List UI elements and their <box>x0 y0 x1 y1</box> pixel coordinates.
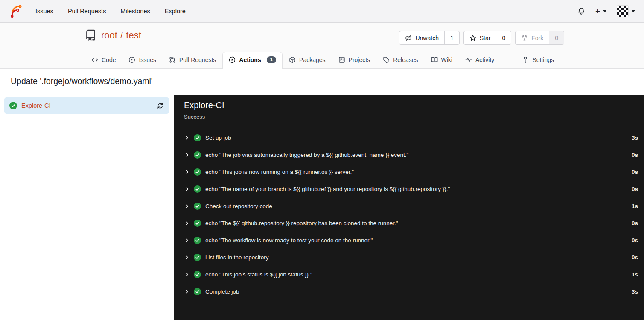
step-row[interactable]: echo "The job was automatically triggere… <box>174 146 644 163</box>
nav-milestones[interactable]: Milestones <box>113 8 157 15</box>
nav-explore[interactable]: Explore <box>157 8 193 15</box>
steps-list: Set up job 3s echo "The job was automati… <box>174 126 644 300</box>
watchers-count[interactable]: 1 <box>444 31 459 44</box>
step-row[interactable]: echo "This job's status is ${{ job.statu… <box>174 266 644 283</box>
tab-pull-requests-label: Pull Requests <box>179 56 216 63</box>
star-icon <box>469 35 476 41</box>
check-circle-icon <box>194 220 201 227</box>
check-circle-icon <box>194 237 201 244</box>
tab-projects-label: Projects <box>349 56 370 63</box>
check-circle-icon <box>194 185 201 193</box>
step-name: Complete job <box>205 288 239 295</box>
pulse-icon <box>465 56 472 63</box>
repo-title: root / test <box>85 29 141 41</box>
step-name: Check out repository code <box>205 203 272 209</box>
step-name: echo "This job is now running on a ${{ r… <box>205 169 354 175</box>
step-name: Set up job <box>205 135 231 141</box>
package-icon <box>289 56 296 63</box>
repo-tabs: Code Issues Pull Requests <box>85 52 501 69</box>
tab-issues[interactable]: Issues <box>122 52 162 68</box>
page-title: Update '.forgejo/workflows/demo.yaml' <box>11 76 153 86</box>
step-row[interactable]: echo "This job is now running on a ${{ r… <box>174 163 644 180</box>
code-icon <box>91 56 98 63</box>
chevron-right-icon[interactable] <box>184 152 190 158</box>
chevron-right-icon[interactable] <box>184 186 190 192</box>
unwatch-label: Unwatch <box>415 35 438 41</box>
repo-path-separator: / <box>120 30 123 41</box>
repo-name-link[interactable]: test <box>126 30 141 41</box>
wrench-icon <box>522 56 529 63</box>
issue-circle-icon <box>128 56 135 63</box>
fork-button[interactable]: Fork <box>516 31 549 44</box>
identicon-avatar-icon <box>617 6 628 17</box>
chevron-right-icon[interactable] <box>184 272 190 277</box>
sidebar-job-explore-ci[interactable]: Explore-CI <box>4 97 169 114</box>
chevron-right-icon[interactable] <box>184 203 190 209</box>
step-row[interactable]: echo "The workflow is now ready to test … <box>174 232 644 249</box>
chevron-right-icon[interactable] <box>184 135 190 141</box>
step-row[interactable]: Complete job 3s <box>174 283 644 300</box>
tab-actions[interactable]: Actions 1 <box>222 52 283 69</box>
step-duration: 0s <box>632 220 638 226</box>
chevron-right-icon[interactable] <box>184 238 190 243</box>
check-circle-icon <box>194 254 201 261</box>
tab-settings[interactable]: Settings <box>516 52 560 68</box>
forgejo-logo[interactable] <box>9 4 23 19</box>
tab-pull-requests[interactable]: Pull Requests <box>163 52 222 68</box>
step-row[interactable]: echo "The name of your branch is ${{ git… <box>174 180 644 197</box>
tab-releases-label: Releases <box>393 56 418 63</box>
notifications-button[interactable] <box>577 7 585 15</box>
step-name: echo "This job's status is ${{ job.statu… <box>205 271 312 278</box>
tab-code-label: Code <box>102 56 116 63</box>
tab-wiki[interactable]: Wiki <box>425 52 459 68</box>
tab-releases[interactable]: Releases <box>376 52 424 68</box>
tab-packages-label: Packages <box>299 56 325 63</box>
chevron-right-icon[interactable] <box>184 289 190 294</box>
chevron-right-icon[interactable] <box>184 255 190 260</box>
step-row[interactable]: Check out repository code 1s <box>174 197 644 214</box>
tag-icon <box>383 56 390 63</box>
repo-header: root / test Unwatch 1 Star 0 <box>0 23 644 69</box>
fork-icon <box>521 35 528 41</box>
tab-projects[interactable]: Projects <box>332 52 377 68</box>
star-label: Star <box>480 35 491 41</box>
nav-issues[interactable]: Issues <box>28 8 61 15</box>
fork-label: Fork <box>531 35 543 41</box>
repo-owner-link[interactable]: root <box>101 30 117 41</box>
chevron-right-icon[interactable] <box>184 169 190 175</box>
avatar <box>617 5 629 17</box>
tab-code[interactable]: Code <box>85 52 122 68</box>
pull-request-icon <box>169 56 176 63</box>
tab-packages[interactable]: Packages <box>283 52 332 68</box>
job-status: Success <box>184 114 634 120</box>
tab-activity[interactable]: Activity <box>459 52 501 68</box>
forgejo-logo-icon <box>9 4 23 19</box>
step-row[interactable]: List files in the repository 0s <box>174 249 644 266</box>
chevron-right-icon[interactable] <box>184 220 190 226</box>
star-button[interactable]: Star <box>464 31 496 44</box>
unwatch-button[interactable]: Unwatch <box>399 31 444 44</box>
star-button-group: Star 0 <box>463 31 511 45</box>
step-duration: 1s <box>632 203 638 209</box>
check-circle-icon <box>194 168 201 176</box>
step-duration: 0s <box>632 237 638 244</box>
bell-icon <box>577 7 585 15</box>
repo-action-buttons: Unwatch 1 Star 0 Fork <box>399 31 564 45</box>
check-circle-icon <box>194 203 201 210</box>
step-duration: 3s <box>632 288 638 295</box>
step-row[interactable]: Set up job 3s <box>174 129 644 146</box>
create-new-dropdown[interactable]: + <box>595 7 606 15</box>
step-name: echo "The name of your branch is ${{ git… <box>205 186 450 192</box>
step-row[interactable]: echo "The ${{ github.repository }} repos… <box>174 214 644 232</box>
job-panel-header: Explore-CI Success <box>174 95 644 126</box>
repo-book-icon <box>85 29 96 41</box>
job-item-label: Explore-CI <box>21 102 51 109</box>
nav-pull-requests[interactable]: Pull Requests <box>61 8 113 15</box>
forks-count[interactable]: 0 <box>549 31 564 44</box>
user-menu[interactable] <box>617 5 635 17</box>
book-open-icon <box>431 56 438 63</box>
refresh-job-button[interactable] <box>157 102 164 109</box>
top-navbar: Issues Pull Requests Milestones Explore … <box>0 0 644 23</box>
stars-count[interactable]: 0 <box>496 31 511 44</box>
step-duration: 0s <box>632 186 638 192</box>
